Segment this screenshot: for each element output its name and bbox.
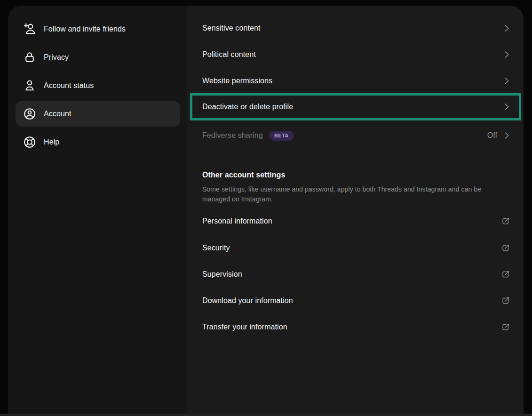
external-link-icon xyxy=(501,270,510,279)
link-supervision[interactable]: Supervision xyxy=(202,261,511,288)
chevron-right-icon xyxy=(502,131,511,140)
row-label: Security xyxy=(202,244,230,252)
row-label: Supervision xyxy=(202,270,242,279)
section-divider xyxy=(202,156,509,156)
chevron-right-icon xyxy=(502,50,511,59)
sidebar-item-label: Privacy xyxy=(44,53,69,62)
row-label: Fediverse sharing xyxy=(202,131,263,140)
row-website-permissions[interactable]: Website permissions xyxy=(202,68,511,94)
row-label: Personal information xyxy=(202,217,272,225)
row-label: Deactivate or delete profile xyxy=(202,103,293,111)
external-link-icon xyxy=(501,322,510,332)
sidebar-item-label: Account status xyxy=(44,81,94,90)
row-sensitive-content[interactable]: Sensitive content xyxy=(202,15,511,41)
person-circle-icon xyxy=(24,108,36,120)
link-personal-information[interactable]: Personal information xyxy=(202,208,511,234)
account-settings-panel: Sensitive content Political content Webs… xyxy=(188,6,524,414)
row-fediverse-sharing[interactable]: Fediverse sharing BETA Off xyxy=(202,122,511,149)
beta-badge: BETA xyxy=(269,131,294,141)
sidebar-item-label: Account xyxy=(44,110,71,118)
sidebar-item-label: Help xyxy=(44,138,59,146)
chevron-right-icon xyxy=(502,24,511,33)
window-bottom-edge xyxy=(0,414,532,416)
sidebar-item-account-status[interactable]: Account status xyxy=(16,72,181,100)
sidebar-item-follow-invite[interactable]: Follow and invite friends xyxy=(16,15,181,43)
sidebar-item-help[interactable]: Help xyxy=(16,128,181,156)
sidebar-item-privacy[interactable]: Privacy xyxy=(16,43,181,72)
link-security[interactable]: Security xyxy=(202,235,511,261)
link-transfer-information[interactable]: Transfer your information xyxy=(202,314,511,340)
section-description: Some settings, like username and passwor… xyxy=(202,184,499,204)
sidebar-item-account[interactable]: Account xyxy=(16,100,181,128)
lifebuoy-icon xyxy=(24,136,36,148)
settings-window: Follow and invite friends Privacy Accoun… xyxy=(8,6,524,414)
row-label: Political content xyxy=(202,50,256,59)
row-label: Sensitive content xyxy=(202,24,261,32)
external-link-icon xyxy=(501,296,510,305)
chevron-right-icon xyxy=(502,76,511,86)
sidebar-item-label: Follow and invite friends xyxy=(44,25,126,33)
external-link-icon xyxy=(501,243,510,253)
chevron-right-icon xyxy=(502,102,511,112)
row-label: Download your information xyxy=(202,296,293,305)
settings-sidebar: Follow and invite friends Privacy Accoun… xyxy=(8,6,188,414)
external-link-icon xyxy=(501,216,510,226)
row-label: Transfer your information xyxy=(202,323,287,331)
row-label: Website permissions xyxy=(202,77,272,85)
row-political-content[interactable]: Political content xyxy=(202,41,511,68)
person-icon xyxy=(24,80,36,92)
link-download-information[interactable]: Download your information xyxy=(202,288,511,314)
fediverse-value: Off xyxy=(487,131,497,140)
user-plus-icon xyxy=(24,23,36,35)
section-heading: Other account settings xyxy=(202,171,285,179)
lock-icon xyxy=(24,51,36,64)
row-deactivate-delete-profile[interactable]: Deactivate or delete profile xyxy=(202,94,511,120)
